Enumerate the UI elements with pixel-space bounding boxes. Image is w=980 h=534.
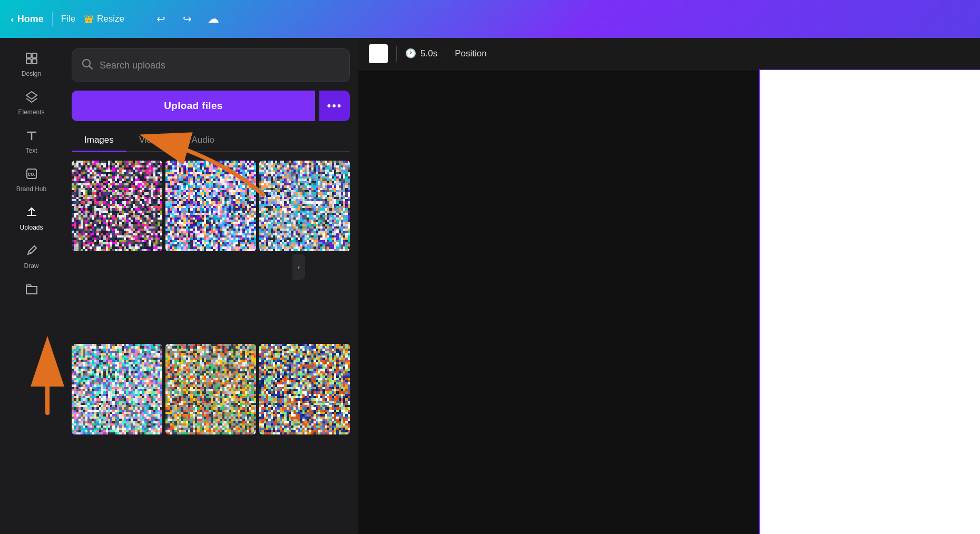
cloud-icon: ☁	[208, 12, 219, 26]
color-swatch[interactable]	[369, 44, 388, 63]
search-bar[interactable]	[72, 48, 350, 82]
list-item[interactable]	[165, 161, 256, 251]
image-grid	[72, 161, 350, 523]
topbar: ‹ Home File 👑 Resize ↩ ↪ ☁	[0, 0, 980, 38]
upload-files-button[interactable]: Upload files	[72, 91, 315, 121]
list-item[interactable]	[72, 344, 162, 434]
sidebar-item-text[interactable]: Text	[0, 123, 63, 160]
list-item[interactable]	[72, 161, 162, 251]
resize-button[interactable]: 👑 Resize	[84, 14, 124, 24]
sidebar-brand-hub-label: Brand Hub	[16, 185, 46, 193]
sidebar-uploads-label: Uploads	[19, 224, 43, 231]
draw-icon	[25, 244, 38, 260]
undo-button[interactable]: ↩	[151, 9, 171, 29]
toolbar-divider	[396, 46, 397, 62]
redo-icon: ↪	[183, 13, 192, 25]
sidebar-text-label: Text	[25, 147, 37, 154]
sidebar-item-draw[interactable]: Draw	[0, 239, 63, 275]
design-icon	[25, 52, 38, 67]
redo-button[interactable]: ↪	[177, 9, 197, 29]
image-thumbnail	[259, 161, 350, 251]
tab-images[interactable]: Images	[72, 130, 126, 152]
sidebar-draw-label: Draw	[24, 262, 38, 270]
list-item[interactable]	[259, 344, 350, 434]
folder-icon	[25, 282, 38, 298]
svg-rect-0	[26, 53, 31, 58]
undo-icon: ↩	[156, 13, 165, 25]
topbar-center: ↩ ↪ ☁	[151, 9, 219, 29]
toolbar-strip: 🕐 5.0s Position	[358, 38, 980, 70]
image-thumbnail	[72, 161, 162, 251]
more-dots-icon: •••	[327, 99, 342, 113]
chevron-left-icon: ‹	[298, 263, 300, 271]
search-icon	[82, 58, 93, 73]
sidebar-design-label: Design	[22, 70, 41, 77]
topbar-left: ‹ Home File 👑 Resize	[11, 12, 124, 26]
sidebar-item-design[interactable]: Design	[0, 46, 63, 83]
canvas-page	[759, 70, 980, 534]
brand-hub-icon: co.	[25, 167, 38, 183]
cloud-save-button[interactable]: ☁	[208, 12, 219, 26]
svg-rect-3	[32, 59, 37, 64]
svg-rect-1	[32, 53, 37, 58]
upload-row: Upload files •••	[72, 91, 350, 121]
image-thumbnail	[165, 344, 256, 434]
resize-label: Resize	[97, 14, 124, 24]
sidebar-elements-label: Elements	[18, 108, 44, 116]
image-thumbnail	[259, 344, 350, 434]
back-chevron-icon: ‹	[11, 13, 14, 25]
timer-value: 5.0s	[420, 48, 437, 59]
topbar-divider	[52, 12, 53, 26]
sidebar-item-folder[interactable]	[0, 277, 63, 303]
elements-icon	[25, 90, 38, 106]
file-button[interactable]: File	[61, 14, 75, 24]
svg-text:co.: co.	[27, 171, 35, 177]
sidebar: Design Elements Text co.	[0, 38, 63, 534]
toolbar-divider-2	[446, 46, 446, 62]
list-item[interactable]	[165, 344, 256, 434]
timer-display[interactable]: 🕐 5.0s	[405, 48, 437, 59]
home-label: Home	[17, 14, 44, 25]
uploads-icon	[25, 205, 38, 221]
list-item[interactable]	[259, 161, 350, 251]
back-home-button[interactable]: ‹ Home	[11, 13, 44, 25]
file-label: File	[61, 14, 75, 24]
image-thumbnail	[72, 344, 162, 434]
main-layout: Design Elements Text co.	[0, 38, 980, 534]
sidebar-item-brand-hub[interactable]: co. Brand Hub	[0, 162, 63, 198]
upload-more-button[interactable]: •••	[319, 91, 350, 121]
sidebar-item-uploads[interactable]: Uploads	[0, 200, 63, 236]
uploads-panel: Upload files ••• Images Videos Audio	[63, 38, 358, 534]
svg-rect-2	[26, 59, 31, 64]
position-button[interactable]: Position	[455, 48, 486, 59]
tab-videos[interactable]: Videos	[126, 130, 179, 152]
tab-audio[interactable]: Audio	[179, 130, 227, 152]
image-thumbnail	[165, 161, 256, 251]
media-tabs: Images Videos Audio	[72, 130, 350, 152]
timer-icon: 🕐	[405, 48, 416, 59]
search-input[interactable]	[100, 60, 340, 71]
sidebar-item-elements[interactable]: Elements	[0, 85, 63, 121]
panel-collapse-handle[interactable]: ‹	[292, 254, 305, 280]
text-icon	[25, 128, 38, 144]
canvas-area: 🕐 5.0s Position	[358, 38, 980, 534]
